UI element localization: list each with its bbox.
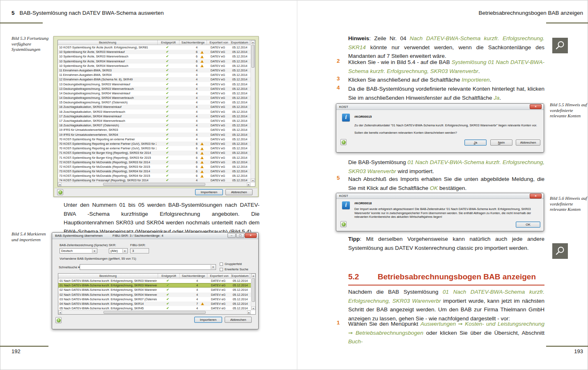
column-header-sachkontenlaenge[interactable]: Sachkontenlänge [180, 274, 207, 278]
table-row[interactable]: 16 Zuschlagskalkulation, SKR03 Warenverb… [58, 110, 255, 114]
table-row[interactable]: 19 IFRS für Umsatzkostenverfahren, SKR04… [58, 132, 255, 137]
skr-dropdown[interactable]: (Alle)▾ [109, 248, 128, 254]
help-button[interactable]: ? [57, 189, 63, 195]
column-header-endgeprueft[interactable]: Endgeprüft [158, 274, 180, 278]
scroll-right-icon[interactable]: ► [247, 311, 251, 314]
table-row[interactable]: 10 KOST-Systemlösung für Ärzte (kurzfr. … [58, 45, 255, 50]
scroll-right-icon[interactable]: ► [247, 183, 250, 186]
check-icon: ✔ [166, 288, 169, 292]
table-row[interactable]: 70 KOST-Systemlösung Reporting an extern… [58, 146, 255, 151]
column-header-exportdatum[interactable]: Exportdatum ▲ [231, 40, 250, 45]
table-row[interactable]: 72 KOST-Systemlösung für McDonalds (Repo… [58, 164, 255, 169]
scrollbar-thumb[interactable] [252, 278, 255, 302]
horizontal-scrollbar[interactable]: ◄ ► [58, 310, 251, 314]
cell-warnung [199, 128, 206, 132]
table-row[interactable]: 10 Systemlösung für Ärzte, SKR03 Warenei… [58, 50, 255, 54]
table-row[interactable]: 01 Nach DATEV-BWA-Schema kurzfr. Erfolgs… [58, 283, 255, 288]
table-row[interactable]: 13 Deckungsbeitragsrechnung, SKR03 Waren… [58, 82, 255, 87]
cell-sachkontenlaenge: 6 [178, 146, 199, 151]
extended-search-checkbox-row[interactable]: Erweiterte Suche [220, 267, 248, 271]
column-header-endgeprueft[interactable]: Endgeprüft [158, 40, 179, 45]
column-header-bezeichnung[interactable]: Bezeichnung [58, 40, 158, 45]
table-row[interactable]: 03 Nach DATEV-BWA-Schema kurzfr. Erfolgs… [58, 297, 255, 301]
cell-endgeprueft: ✔ [156, 54, 178, 59]
column-header-exportiert-von[interactable]: Exportiert von [207, 274, 232, 278]
maximize-button[interactable]: ▢ [236, 233, 244, 238]
scroll-up-icon[interactable]: ▲ [251, 40, 255, 44]
table-row[interactable]: 17 Zuschlagskalkulation, SKR04 Warenverb… [58, 119, 255, 123]
table-row[interactable]: 10 Systemlösung für Ärzte, SKR04 Warenei… [58, 59, 255, 64]
cancel-button[interactable]: Abbrechen [516, 139, 540, 146]
column-header-sachkontenlaenge[interactable]: Sachkontenlänge [179, 40, 207, 45]
dialog-titlebar[interactable]: KOST × [336, 104, 544, 110]
checkbox-icon[interactable] [220, 268, 223, 271]
table-row[interactable]: 70 KOST-Systemlösung für Reporting an ex… [58, 137, 255, 142]
table-row[interactable]: 17 Zuschlagskalkulation, SKR04 Wareneink… [58, 114, 255, 119]
screenshot-bild-5-3: Bezeichnung Endgeprüft Sachkontenlänge E… [53, 36, 259, 197]
column-header-exportiert-von[interactable]: Exportiert von [207, 40, 231, 45]
table-row[interactable]: 01 Nach DATEV-BWA-Schema kurzfr. Erfolgs… [58, 279, 255, 283]
scroll-down-icon[interactable]: ▼ [251, 306, 255, 310]
scroll-left-icon[interactable]: ◄ [58, 183, 62, 186]
help-button[interactable]: ? [55, 317, 62, 323]
column-header-bezeichnung[interactable]: Bezeichnung [58, 274, 158, 278]
minimize-button[interactable]: – [227, 233, 236, 238]
close-button[interactable]: × [530, 104, 542, 109]
table-row[interactable]: 02 Nach DATEV-BWA-Schema kurzfr. Erfolgs… [58, 288, 255, 292]
table-row[interactable]: 18 Zuschlagskalkulation, SKR07 (Österrei… [58, 123, 255, 128]
cell-exportdatum: 05.12.2014 [230, 50, 250, 54]
close-button[interactable]: × [245, 233, 257, 238]
yes-button[interactable]: Ja [464, 139, 487, 146]
table-row[interactable]: 02 Nach DATEV-BWA-Schema kurzfr. Erfolgs… [58, 292, 255, 297]
table-row[interactable]: 14 Deckungsbeitragsrechnung, SKR04 Waren… [58, 91, 255, 96]
scroll-down-icon[interactable]: ▼ [251, 178, 255, 182]
quicksearch-input[interactable]: ▾ [80, 264, 216, 270]
import-button[interactable]: Importieren [194, 317, 222, 323]
table-row[interactable]: 72 KOST-Systemlösung für McDonalds (Repo… [58, 160, 255, 164]
cell-bezeichnung: 72 KOST-Systemlösung für McDonalds (Repo… [58, 164, 156, 169]
ok-button[interactable]: OK [516, 222, 540, 228]
table-row[interactable]: 19 IFRS für Umsatzkostenverfahren, SKR03… [58, 128, 255, 132]
window-titlebar[interactable]: BAB-Systemlösung übernehmen FIBU-SKR: 3 … [52, 233, 258, 239]
horizontal-scrollbar[interactable]: ◄ ► [58, 182, 250, 186]
cell-sachkontenlaenge: 7 [179, 301, 199, 306]
checkbox-icon[interactable] [220, 263, 223, 266]
table-row[interactable]: 73 KOST-Systemlösung für McDonalds (Repo… [58, 174, 255, 178]
scrollbar-thumb[interactable] [103, 183, 205, 186]
help-button[interactable]: ? [340, 221, 347, 227]
scrollbar-thumb[interactable] [103, 311, 206, 314]
dialog-titlebar[interactable]: KOST × [336, 193, 544, 199]
no-button[interactable]: Nein [490, 139, 512, 146]
table-row[interactable]: 12 Einnahmen-Ausgaben-BWA (Schema Nr. 8)… [58, 77, 255, 82]
vertical-scrollbar[interactable]: ▲ ▼ [251, 274, 255, 310]
cell-endgeprueft: ✔ [156, 73, 178, 77]
cell-exportiert-von: DATEV eG [206, 54, 230, 59]
help-button[interactable]: ? [340, 139, 347, 145]
groupfield-checkbox-row[interactable]: Gruppierfeld [220, 262, 242, 266]
scrollbar-thumb[interactable] [251, 45, 255, 68]
table-row[interactable]: 13 Deckungsbeitragsrechnung, SKR03 Waren… [58, 87, 255, 91]
column-header-exportdatum[interactable]: Exportdatum ▲ [232, 274, 250, 278]
fibu-skr-field[interactable]: 3 [130, 248, 149, 254]
table-row[interactable]: 71 KOST-Systemlösung für Burger King (Re… [58, 155, 255, 160]
table-row[interactable]: 73 KOST-Systemlösung für McDonalds (Repo… [58, 169, 255, 174]
table-row[interactable]: 70 KOST-Systemlösung Reporting an extern… [58, 142, 255, 146]
table-row[interactable]: 14 Deckungsbeitragsrechnung, SKR04 Waren… [58, 96, 255, 100]
scroll-up-icon[interactable]: ▲ [251, 274, 255, 277]
table-row[interactable]: 11 Einnahmen-Ausgaben-BWA, SKR04✔4DATEV … [58, 73, 255, 77]
close-button[interactable]: × [530, 194, 542, 199]
table-row[interactable]: 15 Deckungsbeitragsrechnung, SKR07 (Öste… [58, 100, 255, 105]
table-row[interactable]: 11 Einnahmen-Ausgaben-BWA, SKR03✔4DATEV … [58, 68, 255, 73]
table-row[interactable]: 16 Zuschlagskalkulation, SKR03 Wareneink… [58, 105, 255, 109]
table-row[interactable]: 04 Nach DATEV-BWA-Schema kurzfr. Erfolgs… [58, 301, 255, 306]
language-dropdown[interactable]: Deutsch▾ [60, 248, 97, 254]
table-row[interactable]: 10 Systemlösung für Ärzte, SKR04 Warenve… [58, 64, 255, 68]
cancel-button[interactable]: Abbrechen [225, 317, 252, 323]
cancel-button[interactable]: Abbrechen [225, 189, 253, 195]
cell-bezeichnung: 70 KOST-Systemlösung Reporting an extern… [58, 142, 156, 146]
import-button[interactable]: Importieren [195, 189, 223, 195]
table-row[interactable]: 10 Systemlösung für Ärzte, SKR03 Warenve… [58, 54, 255, 59]
vertical-scrollbar[interactable]: ▲ ▼ [250, 40, 255, 182]
table-row[interactable]: 71 KOST-Systemlösung für Burger King (Re… [58, 151, 255, 155]
scroll-left-icon[interactable]: ◄ [58, 311, 62, 314]
